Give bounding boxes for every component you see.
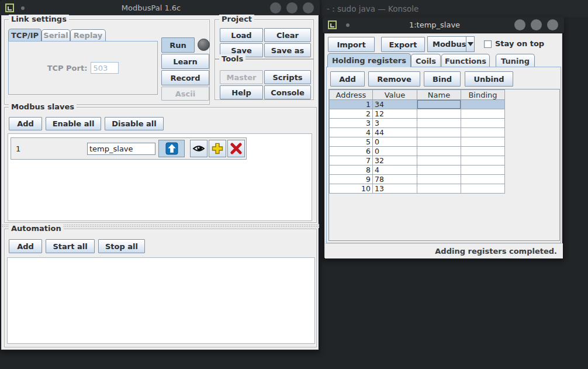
konsole-titlebar[interactable]: - : sudo java — Konsole: [322, 0, 588, 17]
slave-view-button[interactable]: [190, 140, 207, 157]
register-value-cell[interactable]: 78: [373, 175, 417, 184]
register-name-cell[interactable]: [417, 156, 461, 165]
register-binding-cell[interactable]: [461, 137, 505, 147]
register-row[interactable]: 6 0: [330, 147, 505, 156]
register-name-cell[interactable]: [417, 175, 461, 184]
register-address-cell[interactable]: 7: [330, 156, 373, 165]
enable-all-button[interactable]: Enable all: [46, 117, 101, 130]
column-header-address[interactable]: Address: [330, 90, 373, 100]
maximize-button[interactable]: [286, 2, 298, 13]
register-remove-button[interactable]: Remove: [368, 71, 420, 87]
register-bind-button[interactable]: Bind: [424, 71, 461, 87]
automation-add-button[interactable]: Add: [9, 239, 42, 253]
register-row[interactable]: 1 34: [330, 100, 505, 109]
column-header-binding[interactable]: Binding: [461, 90, 505, 100]
minimize-button[interactable]: [514, 19, 525, 30]
modbuspal-titlebar[interactable]: ModbusPal 1.6c: [0, 0, 320, 15]
clear-button[interactable]: Clear: [264, 28, 311, 42]
tab-replay[interactable]: Replay: [70, 29, 106, 41]
register-name-cell[interactable]: [417, 128, 461, 137]
register-value-cell[interactable]: 12: [373, 109, 417, 119]
record-button[interactable]: Record: [161, 70, 209, 85]
save-as-button[interactable]: Save as: [264, 43, 311, 57]
tab-tcpip[interactable]: TCP/IP: [8, 29, 41, 41]
stop-all-button[interactable]: Stop all: [98, 239, 145, 253]
register-address-cell[interactable]: 3: [330, 119, 373, 128]
register-address-cell[interactable]: 6: [330, 147, 373, 156]
register-name-cell[interactable]: [417, 165, 461, 175]
slave-name-field[interactable]: [87, 143, 155, 155]
register-unbind-button[interactable]: Unbind: [465, 71, 513, 87]
tcp-port-field[interactable]: [91, 62, 119, 74]
register-binding-cell[interactable]: [461, 175, 505, 184]
register-value-cell[interactable]: 13: [373, 184, 417, 194]
console-button[interactable]: Console: [264, 85, 311, 99]
slave-delete-button[interactable]: [227, 140, 245, 157]
maximize-button[interactable]: [531, 19, 542, 30]
tab-serial[interactable]: Serial: [41, 29, 70, 41]
run-button[interactable]: Run: [161, 37, 195, 53]
register-name-cell[interactable]: [417, 109, 461, 119]
close-button[interactable]: [547, 19, 558, 30]
tab-tuning[interactable]: Tuning: [496, 54, 535, 67]
register-binding-cell[interactable]: [461, 128, 505, 137]
slave-row[interactable]: 1: [11, 137, 247, 160]
register-row[interactable]: 2 12: [330, 109, 505, 119]
tab-holding-registers[interactable]: Holding registers: [327, 53, 411, 67]
minimize-button[interactable]: [270, 2, 281, 13]
register-binding-cell[interactable]: [461, 119, 505, 128]
start-all-button[interactable]: Start all: [46, 239, 95, 253]
register-name-cell[interactable]: [417, 184, 461, 194]
register-name-cell[interactable]: [417, 147, 461, 156]
register-value-cell[interactable]: 34: [373, 100, 417, 109]
register-binding-cell[interactable]: [461, 147, 505, 156]
learn-button[interactable]: Learn: [161, 54, 209, 69]
register-address-cell[interactable]: 9: [330, 175, 373, 184]
register-value-cell[interactable]: 3: [373, 119, 417, 128]
register-binding-cell[interactable]: [461, 184, 505, 194]
register-address-cell[interactable]: 8: [330, 165, 373, 175]
register-binding-cell[interactable]: [461, 156, 505, 165]
register-address-cell[interactable]: 2: [330, 109, 373, 119]
load-button[interactable]: Load: [220, 28, 263, 42]
register-row[interactable]: 5 0: [330, 137, 505, 147]
scripts-button[interactable]: Scripts: [264, 70, 311, 84]
register-address-cell[interactable]: 1: [330, 100, 373, 109]
temp-slave-titlebar[interactable]: 1:temp_slave: [323, 17, 564, 33]
register-value-cell[interactable]: 44: [373, 128, 417, 137]
slave-add-button[interactable]: Add: [9, 117, 42, 130]
export-button[interactable]: Export: [381, 37, 425, 52]
register-address-cell[interactable]: 10: [330, 184, 373, 194]
register-name-cell[interactable]: [417, 119, 461, 128]
mode-combobox[interactable]: Modbus: [427, 36, 475, 52]
register-row[interactable]: 8 4: [330, 165, 505, 175]
slave-add-register-button[interactable]: [209, 140, 226, 157]
register-value-cell[interactable]: 0: [373, 137, 417, 147]
tab-coils[interactable]: Coils: [411, 54, 441, 67]
register-row[interactable]: 4 44: [330, 128, 505, 137]
close-button[interactable]: [303, 2, 314, 13]
register-table-scrollpane[interactable]: Address Value Name Binding 1 3: [328, 89, 560, 241]
help-button[interactable]: Help: [220, 85, 263, 99]
register-row[interactable]: 3 3: [330, 119, 505, 128]
register-address-cell[interactable]: 5: [330, 137, 373, 147]
register-binding-cell[interactable]: [461, 109, 505, 119]
register-name-cell[interactable]: [417, 100, 461, 109]
import-button[interactable]: Import: [328, 37, 375, 52]
register-value-cell[interactable]: 0: [373, 147, 417, 156]
register-value-cell[interactable]: 4: [373, 165, 417, 175]
column-header-value[interactable]: Value: [373, 90, 417, 100]
register-row[interactable]: 9 78: [330, 175, 505, 184]
chevron-down-icon[interactable]: [466, 37, 474, 51]
slave-enable-toggle-button[interactable]: [158, 140, 185, 157]
register-binding-cell[interactable]: [461, 165, 505, 175]
stay-on-top-checkbox[interactable]: [484, 40, 492, 48]
tab-functions[interactable]: Functions: [441, 54, 490, 67]
register-address-cell[interactable]: 4: [330, 128, 373, 137]
column-header-name[interactable]: Name: [417, 90, 461, 100]
register-add-button[interactable]: Add: [330, 71, 365, 87]
register-binding-cell[interactable]: [461, 100, 505, 109]
register-name-cell[interactable]: [417, 137, 461, 147]
register-row[interactable]: 10 13: [330, 184, 505, 194]
register-row[interactable]: 7 32: [330, 156, 505, 165]
